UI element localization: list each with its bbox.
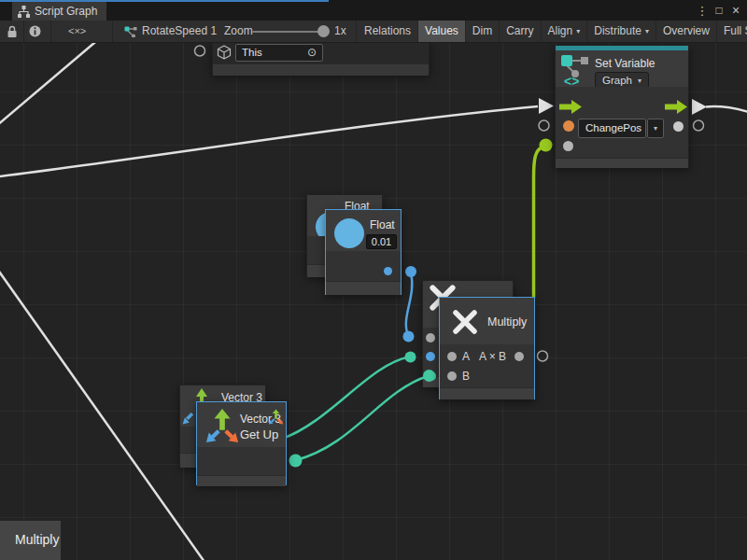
chevron-down-icon: ▾	[645, 21, 649, 42]
info-icon[interactable]	[29, 25, 41, 37]
flow-input-arrow-icon[interactable]	[559, 100, 582, 114]
fullscreen-button[interactable]: Full Screen	[717, 21, 747, 42]
align-dropdown-button[interactable]: Align▾	[542, 21, 588, 42]
zoom-label: Zoom	[224, 21, 253, 42]
port-result[interactable]	[514, 352, 524, 361]
port-b-label: B	[462, 370, 470, 383]
flow-output-arrow-icon[interactable]	[665, 100, 687, 114]
this-field-value: This	[242, 45, 262, 61]
this-footer	[213, 63, 429, 76]
close-icon[interactable]: ×	[728, 0, 743, 21]
toolbar-buttons: Relations Values Dim Carry Align▾ Distri…	[358, 21, 747, 42]
kebab-menu-icon[interactable]: ⋮	[695, 0, 710, 21]
toolbar-separator	[23, 21, 24, 42]
tab-script-graph[interactable]: Script Graph	[12, 2, 106, 21]
this-object-field[interactable]: This ⊙	[235, 44, 323, 62]
node-multiply[interactable]: Multiply A A × B B	[439, 297, 535, 399]
input-port-vector[interactable]	[427, 371, 436, 381]
breadcrumb[interactable]: RotateSpeed 1	[142, 21, 217, 42]
output-value-port[interactable]	[673, 121, 684, 132]
node-get-up[interactable]: Vector 3 Get Up	[196, 401, 287, 485]
svg-text:<>: <>	[564, 74, 579, 87]
code-view-icon[interactable]: <×>	[68, 21, 86, 42]
variable-name-dropdown[interactable]: ChangePos	[578, 119, 646, 138]
window-tab-bar: ⋮ □ ×	[0, 0, 747, 21]
getup-footer	[197, 475, 286, 486]
node-float[interactable]: Float 0.01	[325, 209, 402, 295]
tab-title: Script Graph	[35, 5, 97, 18]
wire-flow-into-setvariable	[0, 106, 538, 176]
wire-endpoint-lime[interactable]	[540, 139, 553, 152]
variable-name-port[interactable]	[563, 120, 574, 132]
port-b[interactable]	[447, 371, 457, 381]
float-footer	[326, 281, 401, 295]
wire-vector-value	[296, 376, 428, 460]
wire-endpoint-float-end[interactable]	[403, 331, 415, 343]
empty-port-ring-setvar-right[interactable]	[694, 120, 704, 131]
focused-window-accent	[0, 0, 329, 2]
node-subtitle: Get Up	[240, 427, 278, 441]
wire-flow-out-right	[706, 106, 747, 112]
wire-endpoint-float-start[interactable]	[405, 266, 416, 277]
wire-endpoint-vector-ghost[interactable]	[405, 352, 416, 363]
input-value-port[interactable]	[563, 141, 573, 151]
wire-arrowhead-out	[692, 99, 707, 115]
chevron-down-icon: ▾	[638, 77, 641, 85]
port-a-label: A	[462, 350, 470, 363]
set-variable-footer	[556, 158, 688, 168]
maximize-icon[interactable]: □	[712, 0, 726, 21]
wire-flow-topleft	[0, 37, 101, 126]
graph-canvas[interactable]: Float Vector 3	[0, 0, 747, 560]
lock-icon[interactable]	[7, 25, 18, 38]
toolbar-separator	[50, 21, 51, 42]
overview-button[interactable]: Overview	[656, 21, 717, 42]
dim-button[interactable]: Dim	[466, 21, 500, 42]
target-picker-icon[interactable]: ⊙	[307, 45, 317, 61]
empty-port-ring-setvar-left[interactable]	[539, 120, 549, 131]
distribute-dropdown-button[interactable]: Distribute▾	[587, 21, 656, 42]
port-a[interactable]	[447, 352, 457, 361]
zoom-slider-handle[interactable]	[317, 25, 330, 37]
input-port-float[interactable]	[426, 352, 435, 361]
set-variable-icon: <>	[560, 53, 590, 87]
vector3-output-port-icon[interactable]	[268, 409, 284, 425]
input-port[interactable]	[426, 333, 435, 343]
wire-vector-ghost	[282, 357, 409, 440]
wire-float-value	[406, 273, 412, 335]
empty-port-ring-this[interactable]	[195, 46, 205, 56]
chevron-down-icon: ▾	[654, 124, 657, 133]
zoom-value: 1x	[334, 21, 346, 42]
node-this[interactable]: This ⊙	[212, 41, 430, 75]
node-multiply-corner[interactable]: Multiply	[0, 521, 61, 560]
node-title: Float	[370, 218, 395, 231]
node-title: Multiply	[487, 315, 527, 329]
multiply-x-icon	[451, 308, 479, 336]
carry-button[interactable]: Carry	[500, 21, 541, 42]
float-value-input[interactable]: 0.01	[366, 234, 397, 249]
graph-toolbar: <×> RotateSpeed 1 Zoom 1x Relations Valu…	[0, 21, 747, 43]
wire-endpoint-vector-start[interactable]	[289, 455, 303, 468]
cube-icon	[217, 45, 232, 60]
getup-body	[197, 447, 286, 475]
empty-port-ring-multiply-out[interactable]	[538, 351, 548, 361]
scope-label: Graph	[602, 75, 632, 86]
toolbar-separator	[112, 21, 113, 42]
node-set-variable[interactable]: <> Set Variable Graph ▾ ChangePos ▾	[555, 45, 689, 167]
multiply-footer	[440, 387, 534, 399]
node-title: Set Variable	[595, 57, 655, 70]
vector3-arrows-icon	[204, 407, 240, 444]
graph-hierarchy-icon	[18, 6, 30, 18]
float-circle-icon	[334, 218, 364, 248]
variable-name-value: ChangePos	[585, 122, 641, 133]
values-button[interactable]: Values	[418, 21, 466, 42]
toolbar-separator	[356, 21, 357, 42]
wire-flow-bottomleft	[0, 269, 204, 560]
node-title: Multiply	[15, 532, 59, 547]
chevron-down-icon: ▾	[576, 21, 580, 42]
vector3-downleft-arrow-icon	[181, 411, 196, 426]
variable-name-dropdown-button[interactable]: ▾	[647, 119, 664, 138]
relations-button[interactable]: Relations	[358, 21, 418, 42]
float-output-port[interactable]	[384, 267, 392, 275]
float-body	[326, 251, 401, 281]
port-result-label: A × B	[479, 350, 506, 363]
